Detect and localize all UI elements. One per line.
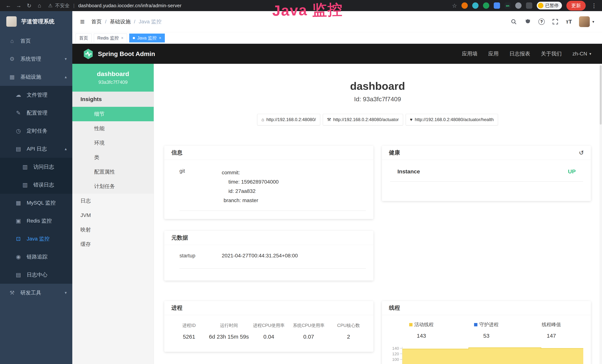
process-col-system-cpu: 系统CPU使用率 0.07 <box>289 322 329 340</box>
sidebar-item-system[interactable]: ⚙ 系统管理 ▾ <box>0 50 72 68</box>
extension-drop-icon[interactable] <box>472 2 479 9</box>
sba-content: dashboard Id: 93a3fc7f7409 ⌂ http://192.… <box>154 64 602 364</box>
sidebar-item-infra[interactable]: ▦ 基础设施 ▴ <box>0 68 72 86</box>
paused-badge[interactable]: 已暂停 <box>537 2 562 10</box>
scrollbar-thumb[interactable] <box>600 65 602 125</box>
font-size-icon[interactable]: тT <box>566 19 572 25</box>
extension-check-icon[interactable] <box>483 2 489 9</box>
home-icon[interactable]: ⌂ <box>35 2 44 9</box>
search-icon[interactable] <box>510 18 517 25</box>
process-col-value: 0.04 <box>249 334 289 340</box>
sidebar-item-file-management[interactable]: ☁ 文件管理 <box>0 86 72 104</box>
sidebar-item-api-logs[interactable]: ▤ API 日志 ▴ <box>0 140 72 158</box>
nav-wallboard[interactable]: 应用墙 <box>462 50 478 57</box>
caret-down-icon: ▾ <box>592 20 594 24</box>
sba-item-jvm[interactable]: JVM <box>72 208 154 223</box>
sba-item-metrics[interactable]: 性能 <box>72 121 154 136</box>
sidebar-item-access-logs[interactable]: ▥ 访问日志 <box>0 158 72 176</box>
process-col-cpus: CPU核心数 2 <box>329 322 368 340</box>
sidebar-item-label: 文件管理 <box>27 91 47 98</box>
nav-applications[interactable]: 应用 <box>488 50 499 57</box>
legend-daemon: 守护进程 53 <box>454 321 519 339</box>
sidebar-item-java-monitor[interactable]: ⊡ Java 监控 <box>0 230 72 248</box>
sidebar-item-label: 配置管理 <box>27 109 47 117</box>
url-text[interactable]: dashboard.yudao.iocoder.cn/infra/admin-s… <box>78 3 182 9</box>
legend-swatch-blue <box>474 323 477 326</box>
tab-label: Redis 监控 <box>97 35 119 41</box>
threads-card-header: 线程 <box>382 301 591 315</box>
sba-item-logs[interactable]: 日志 <box>72 193 154 208</box>
legend-swatch-yellow <box>409 323 412 326</box>
nav-journal[interactable]: 日志报表 <box>509 50 530 57</box>
sidebar-item-log-center[interactable]: ▤ 日志中心 <box>0 266 72 284</box>
info-card-title: 信息 <box>171 149 183 157</box>
security-label[interactable]: 不安全 <box>55 2 70 9</box>
sba-item-config-props[interactable]: 配置属性 <box>72 165 154 179</box>
github-icon[interactable] <box>524 18 531 25</box>
user-menu[interactable]: ▾ <box>579 16 594 27</box>
extensions-puzzle-icon[interactable] <box>526 2 532 9</box>
heart-icon: ♥ <box>410 117 412 122</box>
sba-section-insights: Insights <box>72 92 154 107</box>
sidebar-item-config-management[interactable]: ✎ 配置管理 <box>0 104 72 122</box>
gear-icon: ⚙ <box>9 56 16 62</box>
actuator-url-button[interactable]: ⚒ http://192.168.0.2:48080/actuator <box>323 114 403 125</box>
breadcrumb-infra[interactable]: 基础设施 <box>110 18 130 25</box>
main-column: ≡ 首页 / 基础设施 / Java 监控 ? <box>72 11 602 364</box>
history-icon[interactable]: ↺ <box>579 149 584 156</box>
sidebar-item-label: 错误日志 <box>33 181 54 188</box>
info-line: branch: master <box>222 196 279 205</box>
sidebar-item-scheduled-jobs[interactable]: ◷ 定时任务 <box>0 122 72 140</box>
tab-home[interactable]: 首页 <box>76 33 92 43</box>
sidebar-item-redis-monitor[interactable]: ▣ Redis 监控 <box>0 212 72 230</box>
browser-menu-icon[interactable]: ⋮ <box>590 2 598 9</box>
instance-url-button[interactable]: ⌂ http://192.168.0.2:48080/ <box>257 114 320 125</box>
help-icon[interactable]: ? <box>538 19 545 25</box>
extension-on-badge-icon[interactable]: on <box>505 2 511 9</box>
sba-item-caches[interactable]: 缓存 <box>72 237 154 251</box>
breadcrumb-home[interactable]: 首页 <box>91 18 102 25</box>
sba-item-scheduled-tasks[interactable]: 计划任务 <box>72 179 154 193</box>
metadata-card-title: 元数据 <box>171 234 188 242</box>
extension-leaf-icon[interactable] <box>515 2 522 9</box>
process-col-label: CPU核心数 <box>329 322 368 328</box>
back-icon[interactable]: ← <box>4 2 13 9</box>
log-icon: ▥ <box>22 163 29 170</box>
extension-grid-icon[interactable] <box>494 2 500 9</box>
close-icon[interactable]: × <box>159 36 161 40</box>
update-button[interactable]: 更新 <box>566 1 586 11</box>
app-logo[interactable]: 芋道管理系统 <box>0 11 72 32</box>
extension-lion-icon[interactable] <box>462 2 468 9</box>
status-badge: UP <box>568 168 576 175</box>
sba-item-mappings[interactable]: 映射 <box>72 223 154 237</box>
tab-redis-monitor[interactable]: Redis 监控 × <box>94 33 127 43</box>
sba-brand[interactable]: Spring Boot Admin <box>83 48 155 59</box>
sidebar-toggle-icon[interactable]: ≡ <box>80 17 85 26</box>
sidebar-item-dev-tools[interactable]: ⚒ 研发工具 ▾ <box>0 284 72 302</box>
sba-item-details[interactable]: 细节 <box>72 107 154 121</box>
sidebar-item-tracing[interactable]: ◉ 链路追踪 <box>0 248 72 266</box>
health-url-button[interactable]: ♥ http://192.168.0.2:48080/actuator/heal… <box>406 114 498 125</box>
forward-icon[interactable]: → <box>14 2 23 9</box>
language-select[interactable]: zh-CN ▾ <box>572 51 591 57</box>
reload-icon[interactable]: ↻ <box>25 2 33 9</box>
sidebar-item-mysql-monitor[interactable]: ▦ MySQL 监控 <box>0 194 72 212</box>
sba-sidebar: dashboard 93a3fc7f7409 Insights 细节 性能 环境… <box>72 64 154 364</box>
sba-app-header[interactable]: dashboard 93a3fc7f7409 <box>72 64 154 92</box>
scrollbar[interactable] <box>599 64 602 364</box>
nav-about[interactable]: 关于我们 <box>541 50 562 57</box>
bookmark-star-icon[interactable]: ☆ <box>452 2 457 9</box>
sidebar-item-error-logs[interactable]: ▥ 错误日志 <box>0 176 72 194</box>
sidebar-item-label: 系统管理 <box>20 55 41 63</box>
threads-card-title: 线程 <box>389 304 400 312</box>
address-bar[interactable]: ⚠ 不安全 | dashboard.yudao.iocoder.cn/infra… <box>48 2 450 9</box>
sba-item-environment[interactable]: 环境 <box>72 136 154 150</box>
close-icon[interactable]: × <box>121 36 123 40</box>
legend-label: 线程峰值 <box>542 321 561 328</box>
sba-item-classes[interactable]: 类 <box>72 150 154 165</box>
header-actions: ? тT ▾ <box>510 16 594 27</box>
sidebar-item-home[interactable]: ⌂ 首页 <box>0 32 72 50</box>
fullscreen-icon[interactable] <box>552 18 559 25</box>
tab-java-monitor[interactable]: Java 监控 × <box>129 33 165 43</box>
sba-body: dashboard 93a3fc7f7409 Insights 细节 性能 环境… <box>72 64 602 364</box>
